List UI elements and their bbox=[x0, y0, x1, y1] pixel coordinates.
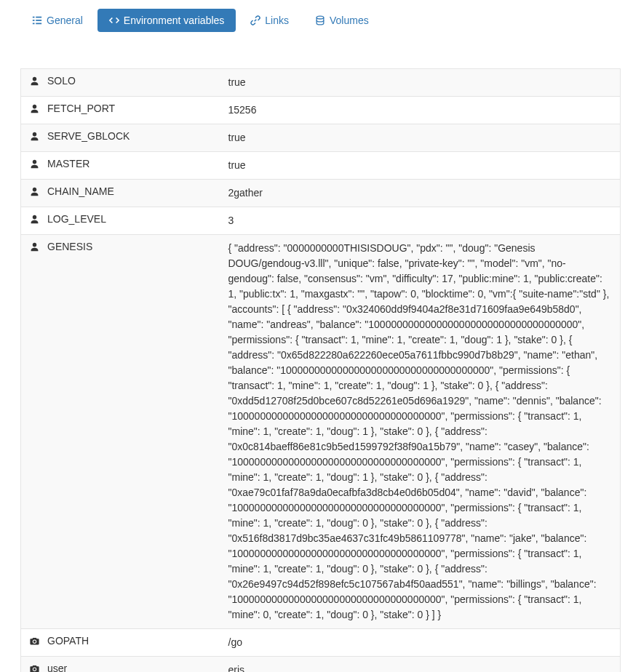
user-icon bbox=[30, 76, 40, 87]
env-row: FETCH_PORT15256 bbox=[21, 97, 621, 124]
env-key-cell: SOLO bbox=[21, 69, 228, 97]
env-value-cell: { "address": "0000000000THISISDOUG", "pd… bbox=[228, 235, 621, 629]
user-icon bbox=[30, 215, 40, 225]
user-icon bbox=[30, 132, 40, 142]
svg-point-6 bbox=[316, 16, 324, 19]
env-value-cell: true bbox=[228, 124, 621, 152]
tab-env-label: Environment variables bbox=[124, 15, 225, 26]
env-value-cell: /go bbox=[228, 629, 621, 657]
env-key-label: MASTER bbox=[47, 158, 89, 169]
env-row: usereris bbox=[21, 657, 621, 673]
env-key-cell: CHAIN_NAME bbox=[21, 180, 228, 207]
tab-general[interactable]: General bbox=[20, 9, 95, 32]
env-value-cell: eris bbox=[228, 657, 621, 673]
env-key-cell: GOPATH bbox=[21, 629, 228, 657]
env-vars-table: SOLOtrueFETCH_PORT15256SERVE_GBLOCKtrueM… bbox=[20, 68, 621, 672]
tab-environment-variables[interactable]: Environment variables bbox=[97, 9, 236, 32]
link-icon bbox=[250, 15, 260, 25]
env-key-label: GENESIS bbox=[47, 241, 92, 252]
list-icon bbox=[32, 15, 42, 25]
env-row: CHAIN_NAME2gather bbox=[21, 180, 621, 207]
tab-volumes-label: Volumes bbox=[330, 15, 369, 26]
env-value-cell: 2gather bbox=[228, 180, 621, 207]
env-key-label: user bbox=[47, 663, 67, 672]
svg-rect-4 bbox=[33, 23, 35, 25]
env-row: GENESIS{ "address": "0000000000THISISDOU… bbox=[21, 235, 621, 629]
user-icon bbox=[30, 187, 40, 197]
env-row: MASTERtrue bbox=[21, 152, 621, 180]
env-key-label: FETCH_PORT bbox=[47, 103, 115, 114]
env-key-label: GOPATH bbox=[47, 635, 89, 647]
env-key-label: LOG_LEVEL bbox=[47, 213, 106, 225]
tab-links-label: Links bbox=[265, 15, 289, 26]
volumes-icon bbox=[315, 15, 325, 25]
env-key-cell: MASTER bbox=[21, 152, 228, 180]
env-key-label: SOLO bbox=[47, 75, 76, 87]
env-key-cell: LOG_LEVEL bbox=[21, 207, 228, 235]
env-key-label: CHAIN_NAME bbox=[47, 185, 114, 197]
env-value-cell: 15256 bbox=[228, 97, 621, 124]
env-key-cell: GENESIS bbox=[21, 235, 228, 629]
env-key-cell: SERVE_GBLOCK bbox=[21, 124, 228, 152]
env-row: GOPATH/go bbox=[21, 629, 621, 657]
env-key-cell: user bbox=[21, 657, 228, 673]
user-icon bbox=[30, 242, 40, 252]
user-icon bbox=[30, 159, 40, 169]
env-value-cell: true bbox=[228, 69, 621, 97]
svg-rect-3 bbox=[36, 20, 41, 21]
svg-rect-5 bbox=[36, 23, 41, 25]
env-row: SOLOtrue bbox=[21, 69, 621, 97]
code-icon bbox=[109, 15, 119, 25]
env-value-cell: true bbox=[228, 152, 621, 180]
env-row: SERVE_GBLOCKtrue bbox=[21, 124, 621, 152]
user-icon bbox=[30, 104, 40, 114]
svg-rect-1 bbox=[36, 17, 41, 18]
env-key-cell: FETCH_PORT bbox=[21, 97, 228, 124]
tab-volumes[interactable]: Volumes bbox=[303, 9, 381, 32]
tab-links[interactable]: Links bbox=[239, 9, 300, 32]
env-value-cell: 3 bbox=[228, 207, 621, 235]
tabs-bar: General Environment variables Links Volu… bbox=[20, 9, 621, 32]
svg-rect-2 bbox=[33, 20, 35, 21]
camera-icon bbox=[30, 636, 40, 647]
env-key-label: SERVE_GBLOCK bbox=[47, 130, 130, 142]
svg-rect-0 bbox=[33, 17, 35, 18]
env-row: LOG_LEVEL3 bbox=[21, 207, 621, 235]
tab-general-label: General bbox=[47, 15, 83, 26]
camera-icon bbox=[30, 664, 40, 672]
